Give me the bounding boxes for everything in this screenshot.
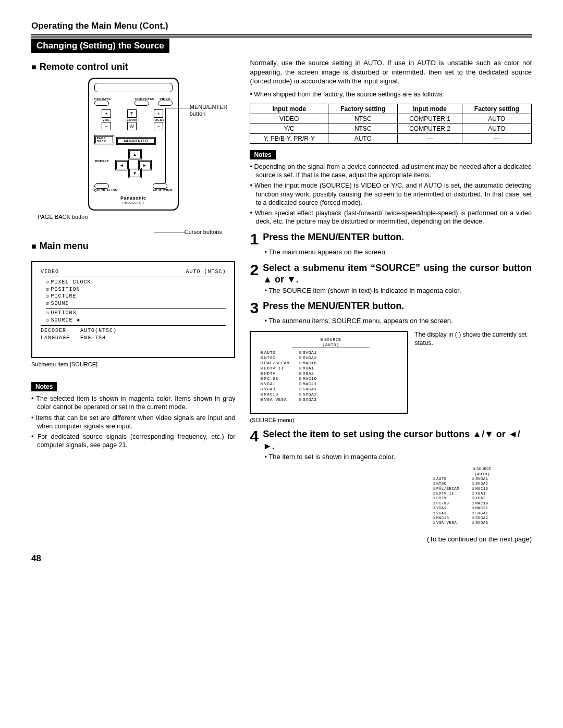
notes-label-left: Notes [31,382,57,391]
page-header: Operating the Main Menu (Cont.) [31,21,532,31]
step-number: 2 [250,262,259,286]
step-number: 3 [250,300,259,316]
remote-brand: Panasonic [94,195,173,201]
step-1: 1 Press the MENU/ENTER button. [250,231,532,247]
cursor-pad: ▲ ▼ ◄ ► [115,149,152,178]
menu-item: PICTURE [46,293,226,300]
step-sub: The SOURCE item (shown in text) is indic… [264,287,532,295]
video-button [158,101,173,106]
step-number: 1 [250,231,259,247]
table-row: VIDEONTSCCOMPUTER 1AUTO [250,114,532,124]
label-quick-align: QUICK ALIGN. [94,189,119,192]
source-caption: (SOURCE menu) [250,417,408,423]
source-mini-screen: SOURCE (AUTO) AUTONTSCPAL/SECAMEDTV IIHD… [433,467,532,526]
main-menu-screen: VIDEO AUTO (NTSC) PIXEL CLOCK POSITION P… [31,261,235,359]
notes-list-left: The selected item is shown in magenta co… [31,394,235,450]
callout-menu-enter: MENU/ENTER button [190,104,237,117]
zoom-w: W [127,122,137,130]
label-focus: FOCUS [152,118,165,121]
menu-item: SOUND [46,300,226,307]
menu-video-label: VIDEO [41,268,59,276]
cursor-right: ► [138,160,152,170]
menu-enter-button: MENU/ENTER [116,137,156,145]
notes-list-right: Depending on the signal from a device co… [250,163,532,226]
av-muting-button [153,183,167,189]
menu-decoder-label: DECODER [41,327,70,335]
intro-paragraph: Normally, use the source setting in AUTO… [250,58,532,86]
menu-language-value: ENGLISH [80,335,117,342]
step-sub: The main menu appears on the screen. [264,248,532,257]
page-back-button: PAGE BACK [94,135,114,144]
note-item: For dedicated source signals (correspond… [31,433,235,450]
step-title: Press the MENU/ENTER button. [263,231,404,247]
table-row: Y/CNTSCCOMPUTER 2AUTO [250,124,532,133]
table-row: Y, PB/B-Y, PR/R-YAUTO—— [250,133,532,143]
vol-up: + [102,109,111,118]
step-sub: The item to set is shown in magenta colo… [264,453,532,462]
source-auto: (AUTO) [292,342,370,348]
label-av-muting: AV MUTING [153,189,173,192]
label-video: VIDEO [158,97,173,101]
note-item: Items that can be set are different when… [31,414,235,431]
operate-button [94,101,109,106]
source-col-1: AUTONTSCPAL/SECAMEDTV IIHDTVPC-98VGA1VGA… [260,350,289,402]
label-computer: COMPUTER [134,97,154,101]
step-title: Press the MENU/ENTER button. [263,300,404,316]
remote-diagram: MENU/ENTER button Cursor buttons OPERATE… [66,78,201,211]
step-sub: The submenu items, SOURCE menu, appears … [264,317,532,326]
source-col-2: SVGA1SVGA2MAC16XGA1XGA2MAC19MAC21SXGA1SX… [299,350,316,402]
note-item: The selected item is shown in magenta co… [31,394,235,412]
focus-up: + [154,109,163,118]
focus-down: − [154,122,163,130]
source-menu-screen: SOURCE (AUTO) AUTONTSCPAL/SECAMEDTV IIHD… [250,331,408,414]
shipped-note: When shipped from the factory, the sourc… [250,90,532,98]
remote-model: PROJECTOR [94,201,173,204]
label-vol: VOL. [102,118,111,121]
header-rule [31,34,532,38]
label-zoom: ZOOM [127,118,137,121]
menu-item: OPTIONS [46,308,226,317]
callout-page-back: PAGE BACK button [38,214,235,220]
section-title-bar: Changing (Setting) the Source [31,39,169,53]
cursor-left: ◄ [115,160,129,170]
main-menu-heading: Main menu [31,241,235,252]
quick-align-button [94,183,109,189]
source-title: SOURCE [292,337,370,342]
step-2: 2 Select a submenu item “SOURCE” using t… [250,262,532,286]
label-operate: OPERATE [94,97,111,101]
factory-settings-table: Input mode Factory setting Input mode Fa… [250,104,532,144]
table-header: Input mode [398,104,462,114]
vol-down: − [102,122,111,130]
menu-auto-ntsc: AUTO (NTSC) [186,268,226,276]
callout-cursor: Cursor buttons [185,229,237,235]
computer-button [134,101,149,106]
note-item: Depending on the signal from a device co… [250,163,532,180]
page-number: 48 [31,553,532,564]
menu-decoder-value: AUTO(NTSC) [80,327,117,335]
note-item: When special effect playback (fast-forwa… [250,209,532,226]
label-preset: PRESET [94,159,110,163]
step-4: 4 Select the item to set using the curso… [250,428,532,452]
step-title: Select a submenu item “SOURCE” using the… [263,262,532,286]
continued-note: (To be continued on the next page) [250,535,532,543]
menu-caption: Submenu item [SOURCE] [31,361,235,367]
menu-language-label: LANGUAGE [41,335,70,342]
cursor-up: ▲ [128,149,142,159]
table-header: Factory setting [462,104,531,114]
source-side-note: The display in ( ) shows the currently s… [414,331,532,347]
remote-control-heading: Remote control unit [31,61,235,72]
menu-item: PIXEL CLOCK [46,279,226,286]
menu-item-source: SOURCE [46,317,226,324]
table-header: Input mode [250,104,328,114]
note-item: When the input mode (SOURCE) is VIDEO or… [250,181,532,207]
menu-item: POSITION [46,286,226,293]
notes-label-right: Notes [250,150,275,159]
step-3: 3 Press the MENU/ENTER button. [250,300,532,316]
table-header: Factory setting [328,104,398,114]
step-number: 4 [250,428,259,452]
step-title: Select the item to set using the cursor … [263,428,532,452]
zoom-t: T [127,109,137,118]
